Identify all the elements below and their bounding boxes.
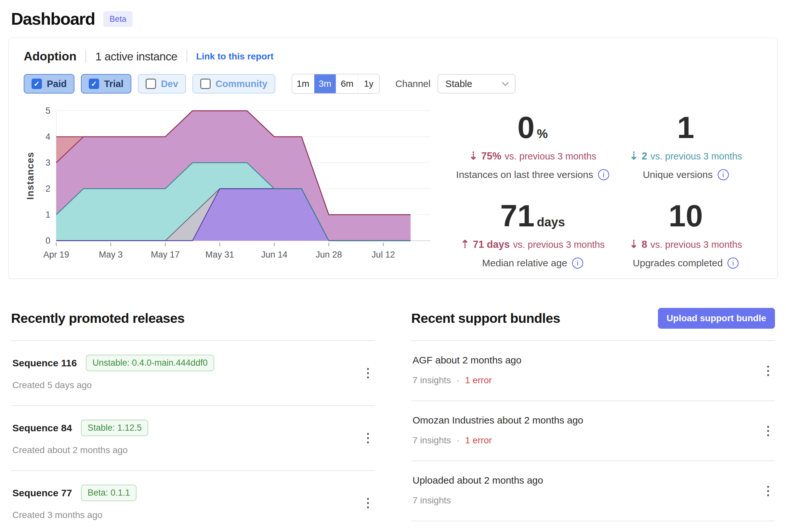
page-header: Dashboard Beta (0, 0, 786, 31)
release-version-badge: Beta: 0.1.1 (81, 485, 137, 501)
filter-chip-dev[interactable]: Dev (138, 74, 186, 94)
channel-label: Channel (395, 79, 431, 89)
chart-row: Apr 19May 3May 17May 31Jun 14Jun 28Jul 1… (24, 101, 762, 270)
bundle-meta: 7 insights·1 error (413, 375, 756, 386)
trend-down-arrow-icon: ⇣ (469, 150, 478, 162)
adoption-title: Adoption (24, 50, 76, 63)
adoption-card: Adoption 1 active instance Link to this … (8, 38, 778, 279)
bundle-meta: 7 insights (413, 495, 756, 506)
bundles-header-row: Recent support bundles Upload support bu… (411, 307, 775, 330)
release-title-row: Sequence 84Stable: 1.12.5 (13, 420, 355, 436)
adoption-stats-grid: 0%⇣75%vs. previous 3 monthsInstances on … (456, 101, 762, 270)
beta-badge: Beta (103, 11, 132, 27)
releases-section: Recently promoted releases Sequence 116U… (11, 307, 375, 532)
info-icon[interactable]: i (598, 169, 609, 180)
release-title: Sequence 116 (13, 358, 77, 369)
time-range-group: 1m3m6m1y (292, 74, 380, 94)
error-count: 1 error (465, 435, 492, 445)
range-button-1m[interactable]: 1m (292, 74, 314, 93)
channel-select[interactable]: Stable (438, 74, 515, 94)
release-list: Sequence 116Unstable: 0.4.0-main.444ddf0… (11, 341, 375, 532)
support-bundle-row: Omozan Industries about 2 months ago7 in… (411, 401, 775, 461)
channel-control: Channel Stable (395, 74, 515, 94)
adoption-chart: Apr 19May 3May 17May 31Jun 14Jun 28Jul 1… (24, 101, 456, 270)
divider (86, 50, 86, 63)
divider (187, 50, 187, 63)
filter-row: ✓Paid✓TrialDevCommunity 1m3m6m1y Channel… (24, 74, 762, 94)
release-created-text: Created 3 months ago (13, 510, 355, 520)
support-bundles-section: Recent support bundles Upload support bu… (411, 307, 775, 532)
range-button-1y[interactable]: 1y (358, 74, 379, 93)
checkbox-checked-icon: ✓ (31, 79, 42, 89)
filter-chip-label: Paid (47, 79, 67, 89)
kebab-menu-icon[interactable] (363, 364, 373, 382)
filter-chip-label: Dev (161, 79, 178, 89)
kebab-menu-icon[interactable] (363, 494, 373, 512)
link-to-report[interactable]: Link to this report (196, 51, 274, 62)
checkbox-checked-icon: ✓ (89, 79, 99, 89)
dot-separator: · (456, 375, 459, 386)
releases-header-row: Recently promoted releases (11, 307, 375, 330)
kebab-menu-icon[interactable] (363, 429, 373, 447)
info-icon[interactable]: i (572, 258, 583, 269)
trend-down-arrow-icon: ⇣ (629, 238, 639, 250)
svg-text:4: 4 (46, 132, 50, 142)
stat-value: 0% (456, 112, 609, 143)
svg-text:5: 5 (46, 106, 50, 116)
release-created-text: Created about 2 months ago (13, 445, 355, 455)
stat-label: Instances on last three versionsi (456, 169, 609, 180)
chevron-down-icon (502, 79, 509, 86)
support-bundle-row: Uploaded about 2 months ago7 insights (411, 461, 775, 521)
release-title: Sequence 84 (13, 422, 72, 434)
releases-heading: Recently promoted releases (11, 311, 185, 326)
info-icon[interactable]: i (727, 258, 739, 269)
adoption-card-header: Adoption 1 active instance Link to this … (24, 50, 762, 63)
svg-text:Apr 19: Apr 19 (43, 250, 69, 260)
stat-card: 0%⇣75%vs. previous 3 monthsInstances on … (456, 112, 609, 180)
filter-chip-trial[interactable]: ✓Trial (81, 74, 131, 94)
filter-chip-community[interactable]: Community (192, 74, 275, 94)
svg-text:Jun 28: Jun 28 (316, 250, 342, 260)
kebab-menu-icon[interactable] (763, 362, 773, 380)
stat-card: 71days⇡71 daysvs. previous 3 monthsMedia… (456, 200, 609, 269)
bundle-title: Omozan Industries about 2 months ago (413, 415, 756, 426)
stat-label: Median relative agei (456, 258, 609, 269)
stat-value: 10 (609, 200, 762, 231)
svg-text:1: 1 (46, 210, 50, 220)
svg-text:0: 0 (46, 236, 50, 245)
range-button-6m[interactable]: 6m (336, 74, 358, 93)
stat-trend: ⇣75%vs. previous 3 months (456, 149, 609, 162)
support-bundle-list: AGF about 2 months ago7 insights·1 error… (411, 341, 775, 532)
upload-support-bundle-button[interactable]: Upload support bundle (658, 308, 775, 329)
stat-card: 1⇣2vs. previous 3 monthsUnique versionsi (609, 112, 762, 180)
svg-text:Jul 12: Jul 12 (372, 250, 395, 260)
svg-text:2: 2 (46, 184, 50, 194)
kebab-menu-icon[interactable] (763, 422, 773, 440)
page-title: Dashboard (11, 9, 95, 29)
stat-label: Unique versionsi (609, 169, 762, 180)
release-title: Sequence 77 (13, 487, 72, 499)
channel-select-value: Stable (445, 79, 472, 89)
bottom-sections: Recently promoted releases Sequence 116U… (0, 307, 786, 532)
bundle-title: AGF about 2 months ago (413, 355, 756, 366)
svg-text:Instances: Instances (25, 152, 36, 199)
checkbox-unchecked-icon (200, 79, 211, 89)
bundles-heading: Recent support bundles (411, 311, 560, 326)
insights-count: 7 insights (413, 435, 451, 445)
release-title-row: Sequence 77Beta: 0.1.1 (13, 485, 355, 501)
trend-down-arrow-icon: ⇣ (629, 150, 639, 162)
kebab-menu-icon[interactable] (763, 482, 773, 500)
stat-trend: ⇣2vs. previous 3 months (609, 149, 762, 162)
range-button-3m[interactable]: 3m (314, 74, 337, 93)
stat-label: Upgrades completedi (609, 258, 762, 269)
release-row: Sequence 77Beta: 0.1.1Created 3 months a… (11, 471, 375, 532)
stat-trend: ⇡71 daysvs. previous 3 months (456, 238, 609, 250)
support-bundle-row: Omozan Industries 3 months ago7 insights… (411, 521, 775, 532)
insights-count: 7 insights (413, 375, 451, 386)
trend-up-arrow-icon: ⇡ (461, 238, 470, 250)
release-row: Sequence 84Stable: 1.12.5Created about 2… (11, 406, 375, 471)
filter-chip-label: Community (215, 79, 268, 89)
filter-chip-paid[interactable]: ✓Paid (24, 74, 74, 94)
info-icon[interactable]: i (718, 169, 729, 180)
stat-value: 1 (609, 112, 762, 143)
